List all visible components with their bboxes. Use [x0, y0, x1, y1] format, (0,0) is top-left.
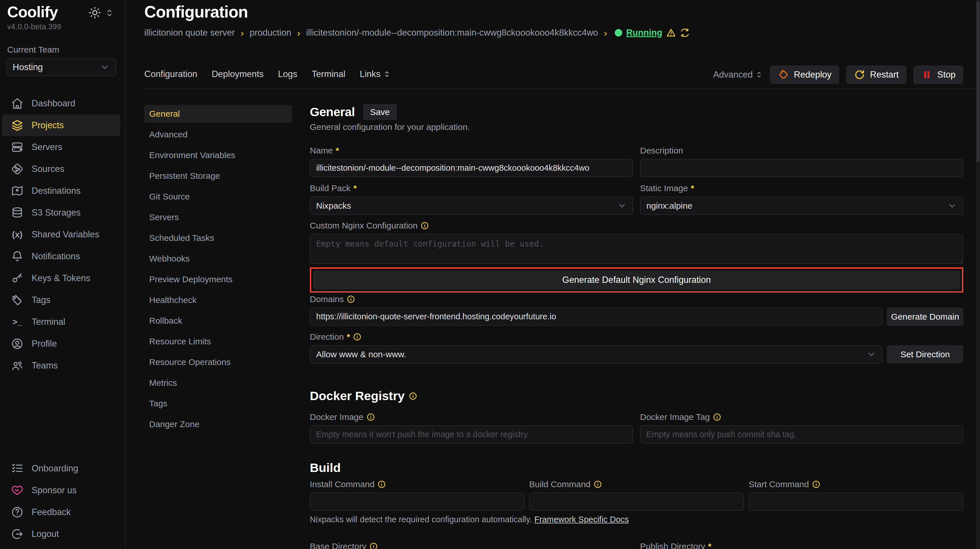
set-direction-button[interactable]: Set Direction [887, 345, 963, 363]
build-pack-field: Build Pack* Nixpacks [310, 183, 633, 215]
subnav-advanced[interactable]: Advanced [144, 126, 292, 143]
sidebar-item-onboarding[interactable]: Onboarding [0, 458, 124, 479]
direction-select[interactable]: Allow www & non-www. [310, 345, 883, 364]
save-button[interactable]: Save [363, 104, 397, 120]
build-command-input[interactable] [529, 493, 744, 511]
info-icon[interactable] [366, 413, 375, 422]
subnav-rollback[interactable]: Rollback [144, 312, 292, 330]
sidebar-item-destinations[interactable]: Destinations [0, 180, 124, 202]
nixpacks-helper-text: Nixpacks will detect the required config… [310, 515, 963, 524]
sidebar-item-shared-variables[interactable]: (x) Shared Variables [0, 224, 124, 245]
advanced-dropdown[interactable]: Advanced [713, 70, 763, 80]
start-command-input[interactable] [749, 493, 963, 511]
subnav-scheduled-tasks[interactable]: Scheduled Tasks [144, 229, 292, 247]
info-icon[interactable] [420, 221, 429, 230]
docker-image-input[interactable] [310, 425, 633, 444]
tab-links[interactable]: Links [360, 69, 391, 80]
sidebar-item-sources[interactable]: Sources [0, 158, 124, 180]
info-icon[interactable] [812, 480, 821, 489]
sidebar-item-dashboard[interactable]: Dashboard [0, 92, 124, 115]
subnav-preview-deployments[interactable]: Preview Deployments [144, 271, 292, 288]
custom-nginx-textarea[interactable] [310, 234, 963, 264]
install-command-input[interactable] [310, 493, 525, 511]
chevron-right-icon: › [297, 28, 300, 38]
subnav-resource-limits[interactable]: Resource Limits [144, 333, 292, 350]
stop-button[interactable]: Stop [913, 65, 963, 84]
scrollbar-thumb[interactable] [977, 1, 979, 162]
info-icon[interactable] [409, 392, 417, 400]
subnav-healthcheck[interactable]: Healthcheck [144, 291, 292, 309]
info-icon[interactable] [593, 480, 602, 489]
sidebar-item-profile[interactable]: Profile [0, 333, 124, 355]
subnav-danger-zone[interactable]: Danger Zone [144, 415, 292, 433]
status-running-link[interactable]: Running [626, 28, 662, 38]
required-asterisk: * [353, 183, 357, 193]
redeploy-button[interactable]: Redeploy [770, 65, 839, 84]
sidebar-item-notifications[interactable]: Notifications [0, 245, 124, 267]
sidebar-item-projects[interactable]: Projects [2, 115, 120, 136]
instance-switcher-chevrons-icon[interactable] [105, 8, 115, 18]
terminal-icon: >_ [11, 317, 24, 327]
subnav-webhooks[interactable]: Webhooks [144, 250, 292, 267]
subnav-tags[interactable]: Tags [144, 395, 292, 412]
subnav-servers[interactable]: Servers [144, 208, 292, 226]
sidebar-item-tags[interactable]: Tags [0, 289, 124, 311]
breadcrumb-resource[interactable]: illicitestonion/-module--decomposition:m… [306, 28, 598, 38]
info-icon[interactable] [353, 333, 361, 341]
section-subtitle: General configuration for your applicati… [310, 122, 963, 132]
name-input[interactable] [310, 159, 633, 177]
sidebar-item-terminal[interactable]: >_ Terminal [0, 311, 124, 333]
tab-deployments[interactable]: Deployments [212, 69, 264, 80]
theme-toggle-sun-icon[interactable] [89, 6, 101, 19]
scrollbar[interactable] [976, 0, 980, 549]
base-directory-field: Base Directory [310, 541, 633, 549]
subnav-environment-variables[interactable]: Environment Variables [144, 146, 292, 164]
docker-image-tag-input[interactable] [640, 425, 963, 444]
chevrons-up-down-icon [755, 71, 763, 79]
subnav-general[interactable]: General [144, 105, 292, 123]
tab-terminal[interactable]: Terminal [312, 69, 345, 80]
subnav-metrics[interactable]: Metrics [144, 374, 292, 392]
subnav-resource-operations[interactable]: Resource Operations [144, 353, 292, 371]
app-version: v4.0.0-beta.399 [7, 22, 61, 31]
sidebar-item-servers[interactable]: Servers [0, 136, 124, 158]
refresh-icon[interactable] [680, 28, 690, 38]
warning-triangle-icon[interactable] [666, 28, 676, 38]
app-logo[interactable]: Coolify [7, 3, 58, 21]
git-source-icon [11, 163, 24, 175]
subnav-persistent-storage[interactable]: Persistent Storage [144, 167, 292, 185]
sidebar-item-sponsor-us[interactable]: Sponsor us [0, 479, 124, 501]
framework-docs-link[interactable]: Framework Specific Docs [534, 515, 629, 524]
chevron-right-icon: › [604, 28, 607, 38]
tab-logs[interactable]: Logs [278, 69, 297, 80]
domains-field: Domains Generate Domain [310, 294, 963, 326]
static-image-select[interactable]: nginx:alpine [640, 197, 963, 215]
users-icon [11, 359, 24, 372]
variables-icon: (x) [11, 230, 24, 239]
start-command-field: Start Command [749, 479, 963, 511]
team-select[interactable]: Hosting [6, 58, 116, 76]
generate-nginx-config-button[interactable]: Generate Default Nginx Configuration [313, 271, 960, 290]
sidebar: Coolify v4.0.0-beta.399 Current Team Hos… [0, 0, 126, 549]
info-icon[interactable] [713, 413, 721, 422]
build-pack-select[interactable]: Nixpacks [310, 197, 633, 215]
sidebar-item-keys-tokens[interactable]: Keys & Tokens [0, 267, 124, 289]
layers-icon [11, 119, 24, 132]
subnav-git-source[interactable]: Git Source [144, 188, 292, 205]
sidebar-item-teams[interactable]: Teams [0, 355, 124, 377]
breadcrumb-environment[interactable]: production [250, 28, 291, 38]
sidebar-item-feedback[interactable]: Feedback [0, 501, 124, 523]
restart-button[interactable]: Restart [846, 65, 907, 84]
sidebar-item-s3-storages[interactable]: S3 Storages [0, 202, 124, 224]
description-input[interactable] [640, 159, 963, 177]
info-icon[interactable] [369, 542, 378, 549]
sidebar-item-logout[interactable]: Logout [0, 523, 124, 545]
info-icon[interactable] [347, 295, 355, 304]
chevron-right-icon: › [240, 28, 244, 38]
info-icon[interactable] [377, 480, 386, 489]
build-command-field: Build Command [529, 479, 744, 511]
domains-input[interactable] [310, 307, 883, 326]
breadcrumb-project[interactable]: illicitonion quote server [144, 28, 235, 38]
generate-domain-button[interactable]: Generate Domain [887, 307, 963, 326]
tab-configuration[interactable]: Configuration [144, 69, 197, 80]
